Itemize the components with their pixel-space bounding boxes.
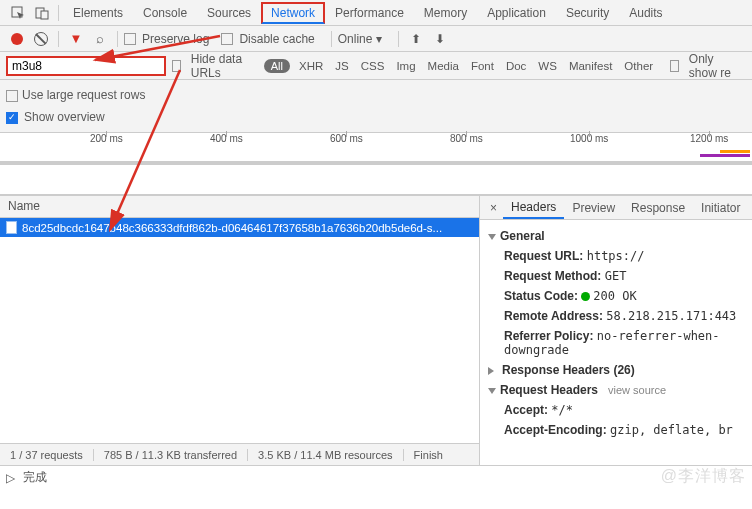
network-toolbar: ▼ ⌕ Preserve log Disable cache Online ▾ … [0,26,752,52]
status-transferred: 785 B / 11.3 KB transferred [94,449,248,461]
import-har-icon[interactable]: ⬆ [407,30,425,48]
name-column-header[interactable]: Name [0,196,479,218]
file-icon [6,221,17,234]
disable-cache-checkbox[interactable] [221,33,233,45]
filter-type-xhr[interactable]: XHR [296,60,326,72]
status-code-value: 200 OK [593,289,636,303]
hide-urls-checkbox[interactable] [172,60,181,72]
request-headers-section[interactable]: Request Headersview source [488,380,744,400]
svg-rect-2 [41,11,48,19]
detail-tabs: × Headers Preview Response Initiator Ti [480,196,752,220]
show-overview-label: Show overview [24,110,105,124]
watermark: @李洋博客 [661,466,746,487]
filter-type-doc[interactable]: Doc [503,60,529,72]
general-section[interactable]: General [488,226,744,246]
tick: 400 ms [210,133,243,144]
response-headers-section[interactable]: Response Headers (26) [488,360,744,380]
record-button[interactable] [8,30,26,48]
dtab-headers[interactable]: Headers [503,197,564,219]
large-rows-label: Use large request rows [22,88,145,102]
filter-type-js[interactable]: JS [332,60,351,72]
accept-encoding-value: gzip, deflate, br [610,423,733,437]
request-name: 8cd25dbcdc1647b48c366333dfdf862b-d064646… [22,222,442,234]
console-message: 完成 [23,469,47,486]
filter-type-other[interactable]: Other [621,60,656,72]
close-detail-button[interactable]: × [484,201,503,215]
network-settings: Use large request rows Show overview [0,80,752,133]
filter-type-ws[interactable]: WS [535,60,560,72]
large-rows-checkbox[interactable] [6,90,18,102]
tab-network[interactable]: Network [261,2,325,24]
inspect-icon[interactable] [10,5,26,21]
filter-type-manifest[interactable]: Manifest [566,60,615,72]
export-har-icon[interactable]: ⬇ [431,30,449,48]
dtab-timing[interactable]: Ti [748,198,752,218]
filter-input[interactable] [6,56,166,76]
preserve-log-label: Preserve log [142,32,209,46]
view-source-link[interactable]: view source [608,384,666,396]
status-bar: 1 / 37 requests 785 B / 11.3 KB transfer… [0,443,479,465]
filter-type-img[interactable]: Img [393,60,418,72]
remote-address-value: 58.218.215.171:443 [606,309,736,323]
tab-audits[interactable]: Audits [619,2,672,24]
device-toggle-icon[interactable] [34,5,50,21]
only-show-checkbox[interactable] [670,60,679,72]
filter-type-css[interactable]: CSS [358,60,388,72]
accept-value: */* [551,403,573,417]
filter-type-all[interactable]: All [264,59,290,73]
preserve-log-checkbox[interactable] [124,33,136,45]
play-icon[interactable]: ▷ [6,471,15,485]
tab-sources[interactable]: Sources [197,2,261,24]
devtools-tabs: Elements Console Sources Network Perform… [0,0,752,26]
filter-type-font[interactable]: Font [468,60,497,72]
tab-memory[interactable]: Memory [414,2,477,24]
split-panel: Name 8cd25dbcdc1647b48c366333dfdf862b-d0… [0,195,752,465]
search-icon[interactable]: ⌕ [91,30,109,48]
status-requests: 1 / 37 requests [0,449,94,461]
tick: 200 ms [90,133,123,144]
filter-type-media[interactable]: Media [425,60,462,72]
tick: 1000 ms [570,133,608,144]
tick: 1200 ms [690,133,728,144]
clear-button[interactable] [32,30,50,48]
tick: 800 ms [450,133,483,144]
status-resources: 3.5 KB / 11.4 MB resources [248,449,404,461]
tab-elements[interactable]: Elements [63,2,133,24]
dtab-response[interactable]: Response [623,198,693,218]
console-drawer: ▷ 完成 [0,465,752,489]
dtab-initiator[interactable]: Initiator [693,198,748,218]
request-row[interactable]: 8cd25dbcdc1647b48c366333dfdf862b-d064646… [0,218,479,237]
disable-cache-label: Disable cache [239,32,314,46]
hide-urls-label: Hide data URLs [191,52,248,80]
show-overview-checkbox[interactable] [6,112,18,124]
only-show-label: Only show re [689,52,736,80]
tab-console[interactable]: Console [133,2,197,24]
dtab-preview[interactable]: Preview [564,198,623,218]
headers-panel: General Request URL: https:// Request Me… [480,220,752,465]
request-list: Name 8cd25dbcdc1647b48c366333dfdf862b-d0… [0,196,480,465]
status-finish: Finish [404,449,453,461]
filter-toggle-icon[interactable]: ▼ [67,30,85,48]
tab-security[interactable]: Security [556,2,619,24]
request-detail: × Headers Preview Response Initiator Ti … [480,196,752,465]
tab-performance[interactable]: Performance [325,2,414,24]
tab-application[interactable]: Application [477,2,556,24]
status-dot-icon [581,292,590,301]
filter-bar: Hide data URLs All XHR JS CSS Img Media … [0,52,752,80]
throttling-select[interactable]: Online ▾ [338,32,382,46]
request-url-value: https:// [587,249,645,263]
request-method-value: GET [605,269,627,283]
overview-timeline[interactable]: 200 ms 400 ms 600 ms 800 ms 1000 ms 1200… [0,133,752,165]
tick: 600 ms [330,133,363,144]
